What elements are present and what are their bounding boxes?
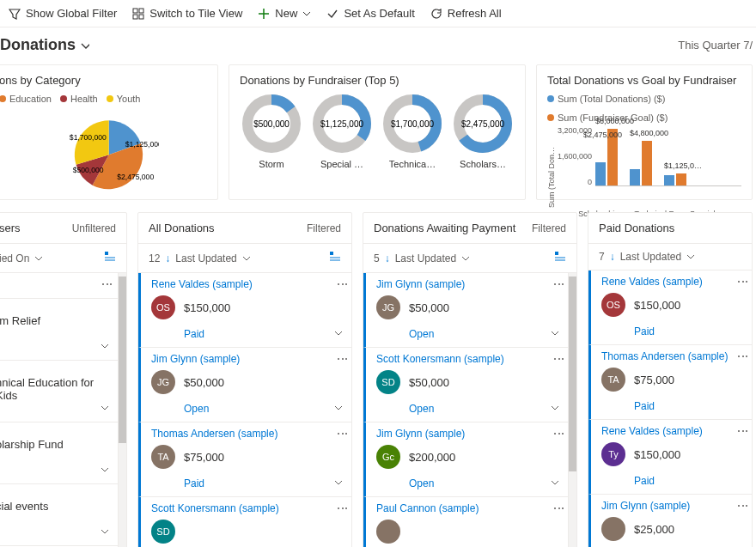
donor-link[interactable]: Rene Valdes (sample) bbox=[601, 276, 703, 288]
record-count: 7 bbox=[599, 251, 605, 263]
scrollbar[interactable] bbox=[568, 273, 576, 547]
fundraiser-item[interactable]: cial events bbox=[0, 484, 118, 546]
chevron-down-icon[interactable] bbox=[334, 402, 343, 415]
page-title[interactable]: Donations bbox=[0, 36, 89, 54]
bar-group: $1,125,0… bbox=[664, 173, 686, 185]
donation-card[interactable]: Scott Konersmann (sample) ⋮ SD $50,000 O… bbox=[363, 348, 568, 422]
chart-donations-by-fundraiser: Donations by Fundraiser (Top 5) $500,000… bbox=[229, 64, 526, 200]
more-icon[interactable]: ⋮ bbox=[558, 278, 561, 290]
panel-filter-state: Unfiltered bbox=[72, 222, 116, 234]
donation-amount: $75,000 bbox=[634, 374, 674, 386]
chevron-down-icon[interactable] bbox=[101, 464, 109, 477]
svg-text:$500,000: $500,000 bbox=[253, 119, 290, 129]
chevron-down-icon[interactable] bbox=[101, 526, 109, 538]
switch-tile-view[interactable]: Switch to Tile View bbox=[132, 7, 242, 20]
donation-card[interactable]: Rene Valdes (sample) ⋮ Ty $150,000 Paid bbox=[588, 420, 752, 495]
sort-field[interactable]: Last Updated bbox=[395, 252, 456, 264]
legend-item: Youth bbox=[107, 94, 141, 104]
more-icon[interactable]: ⋮ bbox=[741, 350, 745, 362]
chevron-down-icon[interactable] bbox=[551, 402, 559, 415]
donation-card[interactable]: Jim Glynn (sample) ⋮ $25,000 bbox=[588, 495, 752, 547]
chevron-down-icon[interactable] bbox=[686, 252, 695, 261]
donation-card[interactable]: Jim Glynn (sample) ⋮ JG $50,000 Open bbox=[363, 273, 568, 348]
show-global-filter[interactable]: Show Global Filter bbox=[9, 7, 117, 20]
chevron-down-icon[interactable] bbox=[551, 327, 559, 340]
legend-item: Health bbox=[60, 94, 98, 104]
donor-link[interactable]: Rene Valdes (sample) bbox=[151, 278, 253, 290]
chevron-down-icon[interactable] bbox=[461, 254, 470, 263]
set-default[interactable]: Set As Default bbox=[326, 7, 414, 20]
donation-status: Paid bbox=[634, 475, 745, 487]
sort-field[interactable]: Last Updated bbox=[620, 251, 681, 263]
list-view-icon[interactable] bbox=[554, 251, 566, 265]
donation-card[interactable]: Scott Konersmann (sample) ⋮ SD bbox=[138, 497, 351, 547]
more-icon[interactable]: ⋮ bbox=[741, 276, 745, 288]
donation-card[interactable]: Jim Glynn (sample) ⋮ JG $50,000 Open bbox=[138, 348, 351, 422]
donation-card[interactable]: Jim Glynn (sample) ⋮ Gc $200,000 Open bbox=[363, 422, 568, 497]
more-icon[interactable]: ⋮ bbox=[106, 278, 109, 290]
chart-legend: Education Health Youth bbox=[0, 94, 207, 104]
donor-link[interactable]: Jim Glynn (sample) bbox=[601, 500, 690, 512]
donation-amount: $150,000 bbox=[184, 301, 230, 314]
more-icon[interactable]: ⋮ bbox=[341, 502, 344, 514]
more-icon[interactable]: ⋮ bbox=[558, 353, 561, 365]
more-icon[interactable]: ⋮ bbox=[341, 428, 344, 440]
donation-amount: $150,000 bbox=[634, 448, 680, 461]
chevron-down-icon[interactable] bbox=[242, 254, 251, 263]
donor-link[interactable]: Paul Cannon (sample) bbox=[376, 502, 479, 514]
donation-card[interactable]: Thomas Andersen (sample) ⋮ TA $75,000 Pa… bbox=[138, 422, 351, 497]
sort-field[interactable]: Last Updated bbox=[175, 252, 236, 264]
svg-text:$1,125,000: $1,125,000 bbox=[320, 119, 363, 129]
refresh-all[interactable]: Refresh All bbox=[430, 7, 502, 20]
more-icon[interactable]: ⋮ bbox=[558, 502, 561, 514]
fundraiser-item[interactable]: olarship Fund bbox=[0, 422, 118, 484]
more-icon[interactable]: ⋮ bbox=[341, 278, 344, 290]
new-button[interactable]: New bbox=[258, 7, 311, 20]
chevron-down-icon bbox=[302, 9, 311, 18]
donation-card[interactable]: Rene Valdes (sample) ⋮ OS $150,000 Paid bbox=[138, 273, 351, 348]
svg-text:$2,475,000: $2,475,000 bbox=[461, 119, 504, 129]
avatar: OS bbox=[601, 293, 625, 317]
chevron-down-icon[interactable] bbox=[334, 477, 343, 489]
panel-title: All Donations bbox=[149, 222, 215, 234]
donor-link[interactable]: Rene Valdes (sample) bbox=[601, 425, 703, 437]
list-view-icon[interactable] bbox=[329, 251, 341, 265]
donor-link[interactable]: Scott Konersmann (sample) bbox=[376, 353, 504, 365]
donation-amount: $25,000 bbox=[634, 523, 674, 536]
donation-card[interactable]: Thomas Andersen (sample) ⋮ TA $75,000 Pa… bbox=[588, 345, 752, 420]
donation-status: Open bbox=[409, 477, 561, 489]
panel-fundraisers: sers Unfiltered ied On ⋮ rm Relief hnica… bbox=[0, 212, 127, 547]
chevron-down-icon[interactable] bbox=[334, 327, 343, 340]
scrollbar[interactable] bbox=[118, 273, 126, 547]
avatar: SD bbox=[376, 370, 400, 394]
svg-rect-0 bbox=[133, 9, 137, 13]
donor-link[interactable]: Jim Glynn (sample) bbox=[376, 428, 465, 440]
fundraiser-item[interactable]: rm Relief bbox=[0, 299, 118, 361]
panel-title: sers bbox=[0, 222, 21, 234]
donation-card[interactable]: Paul Cannon (sample) ⋮ bbox=[363, 497, 568, 547]
donor-link[interactable]: Thomas Andersen (sample) bbox=[601, 350, 728, 362]
more-icon[interactable]: ⋮ bbox=[741, 425, 745, 437]
donor-link[interactable]: Jim Glynn (sample) bbox=[376, 278, 465, 290]
chevron-down-icon[interactable] bbox=[101, 340, 109, 353]
svg-text:$1,125,000: $1,125,000 bbox=[125, 140, 159, 149]
donation-status: Open bbox=[409, 328, 561, 340]
donor-link[interactable]: Scott Konersmann (sample) bbox=[151, 502, 279, 514]
pie-chart: $1,125,000 $2,475,000 $500,000 $1,700,00… bbox=[47, 107, 159, 198]
filter-icon bbox=[9, 8, 21, 20]
donor-link[interactable]: Jim Glynn (sample) bbox=[151, 353, 240, 365]
fundraiser-item[interactable]: hnical Education for Kids bbox=[0, 361, 118, 422]
donation-status: Open bbox=[184, 403, 344, 415]
panel-all-donations: All Donations Filtered 12 ↓ Last Updated… bbox=[137, 212, 352, 547]
chevron-down-icon[interactable] bbox=[551, 477, 559, 489]
list-view-icon[interactable] bbox=[104, 251, 116, 265]
more-icon[interactable]: ⋮ bbox=[341, 353, 344, 365]
chevron-down-icon[interactable] bbox=[34, 254, 43, 263]
more-icon[interactable]: ⋮ bbox=[558, 428, 561, 440]
sort-field[interactable]: ied On bbox=[0, 252, 29, 264]
chevron-down-icon[interactable] bbox=[101, 402, 109, 415]
list-item[interactable]: ⋮ bbox=[0, 273, 118, 299]
more-icon[interactable]: ⋮ bbox=[741, 500, 745, 512]
donation-card[interactable]: Rene Valdes (sample) ⋮ OS $150,000 Paid bbox=[588, 270, 752, 345]
donor-link[interactable]: Thomas Andersen (sample) bbox=[151, 428, 277, 440]
